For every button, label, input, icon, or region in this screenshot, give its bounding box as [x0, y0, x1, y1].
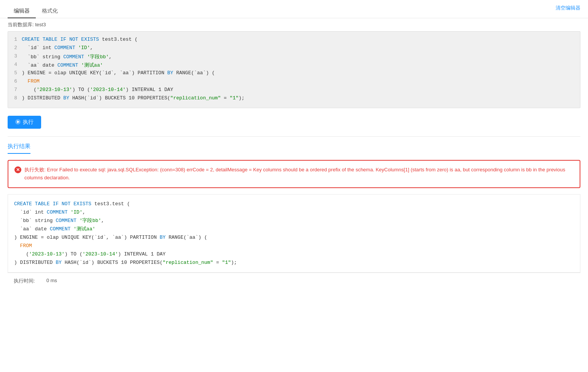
- line-number-2: 2: [8, 45, 22, 51]
- error-message: 执行失败: Error Failed to execute sql: java.…: [24, 166, 574, 182]
- page-container: 编辑器 格式化 清空编辑器 当前数据库: test3 1 CREATE TABL…: [0, 0, 588, 372]
- line-code-8: ) DISTRIBUTED BY HASH(`id`) BUCKETS 10 P…: [22, 95, 244, 101]
- execute-button[interactable]: 执行: [8, 116, 41, 129]
- tab-format[interactable]: 格式化: [36, 5, 64, 18]
- code-line-8: 8 ) DISTRIBUTED BY HASH(`id`) BUCKETS 10…: [8, 95, 580, 103]
- play-icon: [15, 119, 21, 126]
- line-number-6: 6: [8, 78, 22, 84]
- result-sql-display: CREATE TABLE IF NOT EXISTS test3.test ( …: [8, 194, 580, 273]
- editor-area[interactable]: 1 CREATE TABLE IF NOT EXISTS test3.test …: [8, 31, 580, 108]
- line-number-7: 7: [8, 87, 22, 93]
- line-code-7: ('2023-10-13') TO ('2023-10-14') INTERVA…: [22, 87, 173, 93]
- line-code-6: FROM: [22, 78, 40, 84]
- code-line-2: 2 `id` int COMMENT 'ID',: [8, 45, 580, 53]
- code-line-7: 7 ('2023-10-13') TO ('2023-10-14') INTER…: [8, 86, 580, 95]
- line-number-5: 5: [8, 70, 22, 76]
- code-line-1: 1 CREATE TABLE IF NOT EXISTS test3.test …: [8, 36, 580, 45]
- exec-time-value: 0 ms: [46, 278, 57, 284]
- execute-section: 执行: [0, 108, 588, 136]
- error-icon-row: ✕ 执行失败: Error Failed to execute sql: jav…: [14, 166, 574, 182]
- results-title: 执行结果: [8, 143, 30, 154]
- db-info: 当前数据库: test3: [0, 18, 588, 31]
- error-icon: ✕: [14, 166, 21, 173]
- code-line-4: 4 `aa` date COMMENT '测试aa': [8, 61, 580, 70]
- line-code-4: `aa` date COMMENT '测试aa': [22, 62, 103, 69]
- tab-editor[interactable]: 编辑器: [8, 5, 36, 18]
- line-code-3: `bb` string COMMENT '字段bb',: [22, 53, 112, 60]
- header-tabs: 编辑器 格式化 清空编辑器: [0, 0, 588, 18]
- code-line-5: 5 ) ENGINE = olap UNIQUE KEY(`id`, `aa`)…: [8, 70, 580, 78]
- execute-label: 执行: [23, 119, 34, 126]
- exec-time-label: 执行时间:: [14, 278, 35, 284]
- line-number-3: 3: [8, 53, 22, 59]
- line-number-8: 8: [8, 95, 22, 101]
- clear-editor-button[interactable]: 清空编辑器: [556, 5, 580, 11]
- line-code-1: CREATE TABLE IF NOT EXISTS test3.test (: [22, 37, 137, 42]
- line-number-4: 4: [8, 62, 22, 67]
- error-box: ✕ 执行失败: Error Failed to execute sql: jav…: [8, 160, 580, 188]
- results-section: 执行结果: [0, 137, 588, 154]
- code-line-3: 3 `bb` string COMMENT '字段bb',: [8, 53, 580, 61]
- line-number-1: 1: [8, 37, 22, 42]
- code-line-6: 6 FROM: [8, 78, 580, 86]
- exec-time-row: 执行时间: 0 ms: [8, 273, 580, 289]
- line-code-2: `id` int COMMENT 'ID',: [22, 45, 93, 51]
- line-code-5: ) ENGINE = olap UNIQUE KEY(`id`, `aa`) P…: [22, 70, 215, 76]
